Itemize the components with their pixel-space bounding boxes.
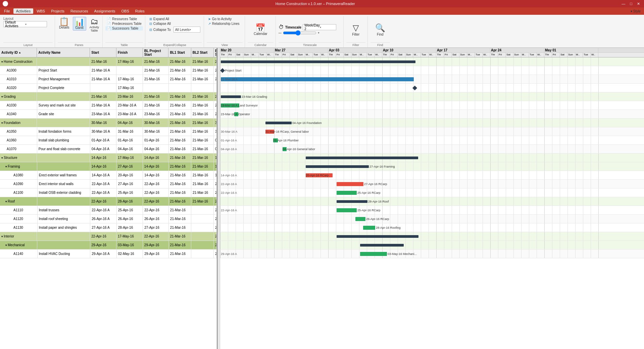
table-row[interactable]: ▾Structure14-Apr-1617-May-1614-Apr-1621-… — [0, 154, 217, 162]
table-row[interactable]: A1050Install fondation forms30-Mar-16 A3… — [0, 127, 217, 136]
details-button[interactable]: 📋 Details — [58, 17, 71, 30]
gantt-bar-label: 01-Apr-16 Plumber — [273, 139, 299, 142]
collapse-icon[interactable]: ▾ — [1, 121, 3, 125]
grid-line — [567, 154, 568, 162]
timescale-dropdown[interactable]: Week/Day 2 ▾ — [303, 24, 336, 30]
table-row[interactable]: ▾Framing14-Apr-1627-Apr-1614-Apr-1621-Ma… — [0, 162, 217, 171]
timescale-slider[interactable] — [283, 31, 316, 35]
menu-file[interactable]: File — [1, 8, 13, 14]
col-header-bl2[interactable]: BL2 Start — [191, 48, 214, 57]
gantt-button[interactable]: 📊 Gantt — [73, 17, 86, 31]
menu-resources[interactable]: Resources — [68, 8, 91, 14]
col-header-id[interactable]: Activity ID ▲ — [0, 48, 37, 57]
cell-bl3-start: 21-Mar-16 — [214, 75, 217, 83]
grid-line — [598, 197, 599, 206]
table-row[interactable]: A1070Pour and float slab concrete04-Apr-… — [0, 145, 217, 154]
menu-roles[interactable]: Roles — [133, 8, 147, 14]
grid-line — [421, 171, 421, 179]
collapse-icon[interactable]: ▾ — [1, 235, 3, 238]
day-header: W.. — [320, 53, 328, 57]
col-header-start[interactable]: Start — [90, 48, 116, 57]
collapse-all-button[interactable]: ⊟ Collapse All — [148, 21, 202, 26]
grid-line — [313, 241, 313, 249]
col-header-bl1[interactable]: BL1 Start — [168, 48, 191, 57]
table-row[interactable]: A1130Install paper and shingles27-Apr-16… — [0, 223, 217, 232]
grid-line — [475, 75, 475, 83]
relationship-lines-button[interactable]: ↗ Relationship Lines — [207, 21, 241, 26]
cell-finish: 26-Apr-16 — [117, 215, 143, 223]
table-row[interactable]: A1020Project Complete17-May-16 — [0, 84, 217, 92]
grid-line — [583, 92, 583, 101]
successors-table-button[interactable]: 📄 Successors Table — [105, 26, 143, 31]
grid-line — [498, 110, 498, 118]
grid-line — [459, 197, 460, 206]
day-header: W.. — [591, 53, 598, 57]
grid-line — [544, 223, 545, 232]
collapse-to-button[interactable]: ⊟ Collapse To All Levels ▾ — [148, 26, 202, 33]
find-button[interactable]: 🔍 Find — [374, 23, 387, 37]
collapse-icon[interactable]: ▾ — [1, 156, 3, 160]
table-row[interactable]: A1100Install OSB exterior cladding22-Apr… — [0, 188, 217, 197]
close-button[interactable]: ✕ — [636, 2, 641, 6]
activity-table-button[interactable]: 🗂 ActivityTable — [88, 17, 101, 33]
style-button[interactable]: ▾ Style — [629, 9, 643, 14]
filter-button[interactable]: ▽ Filter — [350, 23, 362, 37]
predecessors-table-button[interactable]: 📄 Predecessors Table — [105, 21, 143, 26]
collapse-icon[interactable]: ▾ — [5, 244, 7, 247]
expand-all-button[interactable]: ⊞ Expand All — [148, 17, 202, 21]
col-header-bl3[interactable]: BL3 Start — [214, 48, 217, 57]
grid-line — [552, 215, 552, 223]
col-header-finish[interactable]: Finish — [116, 48, 143, 57]
col-header-name[interactable]: Activity Name — [37, 48, 90, 57]
grid-line — [320, 136, 321, 144]
grid-line — [552, 101, 552, 110]
grid-line — [282, 92, 282, 101]
table-row[interactable]: A1060Install slab plumbing01-Apr-16 A01-… — [0, 136, 217, 145]
grid-line — [266, 241, 267, 249]
table-row[interactable]: ▾Grading21-Mar-1623-Mar-1621-Mar-1621-Ma… — [0, 92, 217, 101]
expand-all-icon: ⊞ — [149, 17, 152, 21]
menu-projects[interactable]: Projects — [48, 8, 67, 14]
menu-wbs[interactable]: WBS — [34, 8, 48, 14]
gantt-bar-label: 27-Apr-16 RCarp — [364, 182, 387, 186]
collapse-icon[interactable]: ▾ — [5, 165, 7, 168]
grid-line — [475, 101, 475, 110]
table-row[interactable]: ▾Foundation30-Mar-1604-Apr-1630-Mar-1621… — [0, 119, 217, 127]
table-row[interactable]: A1010Project Management21-Mar-16 A17-May… — [0, 75, 217, 84]
grid-line — [290, 84, 290, 92]
collapse-to-dropdown[interactable]: All Levels ▾ — [174, 27, 200, 33]
maximize-button[interactable]: □ — [629, 2, 634, 6]
calendar-button[interactable]: 📅 Calendar — [249, 23, 272, 36]
table-row[interactable]: ▾Roof22-Apr-1628-Apr-1622-Apr-1621-Mar-1… — [0, 197, 217, 206]
grid-line — [498, 75, 498, 83]
table-row[interactable]: ▾Home Construction21-Mar-1617-May-1621-M… — [0, 57, 217, 66]
layout-dropdown[interactable]: Default Activities ▾ — [3, 21, 47, 27]
grid-line — [575, 223, 576, 232]
grid-line — [513, 57, 514, 66]
table-row[interactable]: A1040Grade site23-Mar-16 A23-Mar-16 A23-… — [0, 110, 217, 119]
table-row[interactable]: ▾Interior22-Apr-1617-May-1622-Apr-1621-M… — [0, 232, 217, 241]
grid-line — [282, 162, 282, 171]
grid-line — [521, 180, 522, 188]
collapse-icon[interactable]: ▾ — [1, 60, 3, 63]
resources-table-button[interactable]: 📄 Resources Table — [105, 17, 143, 21]
menu-obs[interactable]: OBS — [119, 8, 132, 14]
table-row[interactable]: A1080Erect exterior wall frames14-Apr-16… — [0, 171, 217, 180]
table-row[interactable]: A1110Install trusses22-Apr-16 A25-Apr-16… — [0, 206, 217, 215]
table-row[interactable]: ▾Mechanical29-Apr-1603-May-1629-Apr-1621… — [0, 241, 217, 250]
collapse-icon[interactable]: ▾ — [5, 200, 7, 203]
table-row[interactable]: A1030Survey and mark out site21-Mar-16 A… — [0, 101, 217, 110]
table-row[interactable]: A1120Install roof sheeting26-Apr-16 A26-… — [0, 215, 217, 223]
table-row[interactable]: A1000Project Start21-Mar-16 A21-Mar-1621… — [0, 66, 217, 75]
col-header-bl[interactable]: BL Project Start — [143, 48, 169, 57]
grid-line — [336, 197, 336, 206]
minimize-button[interactable]: — — [620, 2, 627, 6]
collapse-icon[interactable]: ▾ — [1, 95, 3, 98]
table-row[interactable]: A1090Erect interior stud walls22-Apr-16 … — [0, 180, 217, 188]
resize-handle[interactable] — [217, 48, 220, 349]
go-to-activity-button[interactable]: ➤ Go to Activity — [207, 17, 241, 21]
table-row[interactable]: A1140Install HVAC Ducting29-Apr-16 A02-M… — [0, 250, 217, 258]
menu-assignments[interactable]: Assignments — [92, 8, 118, 14]
grid-line — [467, 171, 467, 179]
menu-activities[interactable]: Activities — [13, 8, 33, 14]
